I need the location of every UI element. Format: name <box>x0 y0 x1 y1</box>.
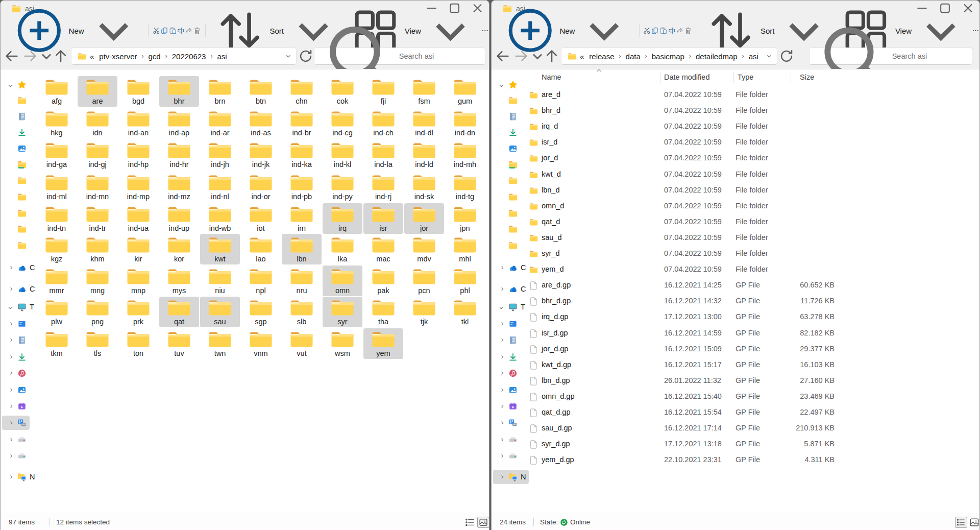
breadcrumb-separator-icon[interactable]: › <box>642 53 651 60</box>
sidebar-item-document[interactable] <box>2 333 30 347</box>
sidebar-item-desktop[interactable] <box>493 317 529 331</box>
search-input[interactable] <box>892 52 967 60</box>
grid-folder-ind-jh[interactable]: ind-jh <box>200 139 240 170</box>
grid-folder-mng[interactable]: mng <box>78 266 117 296</box>
grid-folder-ind-br[interactable]: ind-br <box>282 108 322 138</box>
grid-folder-ind-ap[interactable]: ind-ap <box>159 108 199 138</box>
grid-folder-sau[interactable]: sau <box>200 297 240 327</box>
expand-chevron-icon[interactable] <box>498 474 504 480</box>
grid-folder-prk[interactable]: prk <box>118 297 158 327</box>
grid-folder-ind-hr[interactable]: ind-hr <box>159 139 199 170</box>
sidebar-item-music[interactable] <box>2 366 30 380</box>
expand-chevron-icon[interactable] <box>498 354 504 360</box>
grid-folder-wsm[interactable]: wsm <box>323 328 362 359</box>
grid-folder-hkg[interactable]: hkg <box>37 108 77 138</box>
file-row-sau_d.gp[interactable]: sau_d.gp16.12.2021 17:14GP File210.913 K… <box>524 421 976 437</box>
grid-folder-ind-wb[interactable]: ind-wb <box>200 203 240 234</box>
copy-button[interactable] <box>161 21 168 40</box>
expand-chevron-icon[interactable] <box>498 304 504 310</box>
expand-chevron-icon[interactable] <box>7 453 13 459</box>
sidebar-item-pictures[interactable] <box>493 383 529 397</box>
grid-folder-khm[interactable]: khm <box>78 234 117 264</box>
grid-folder-ind-pb[interactable]: ind-pb <box>282 172 322 202</box>
sidebar-item-pictures[interactable] <box>2 383 30 397</box>
new-button[interactable]: New <box>9 21 144 40</box>
rename-button[interactable] <box>668 21 676 40</box>
expand-chevron-icon[interactable] <box>7 304 13 310</box>
up-button[interactable] <box>544 48 560 64</box>
sidebar-item-onedrive[interactable]: C <box>493 282 529 296</box>
grid-folder-ind-ka[interactable]: ind-ka <box>282 139 322 170</box>
sidebar-item-onedrive[interactable]: C <box>2 260 30 275</box>
grid-folder-ind-nl[interactable]: ind-nl <box>200 172 240 202</box>
grid-folder-npl[interactable]: npl <box>241 266 281 296</box>
forward-button[interactable] <box>22 48 38 64</box>
grid-folder-ind-up[interactable]: ind-up <box>159 203 199 234</box>
grid-folder-ind-gj[interactable]: ind-gj <box>78 139 117 170</box>
search-input[interactable] <box>399 52 480 60</box>
file-row-yem_d[interactable]: yem_d07.04.2022 10:59File folder <box>524 262 976 278</box>
paste-button[interactable] <box>659 21 667 40</box>
expand-chevron-icon[interactable] <box>7 321 13 327</box>
expand-chevron-icon[interactable] <box>498 286 504 292</box>
expand-chevron-icon[interactable] <box>498 264 504 271</box>
grid-folder-ind-or[interactable]: ind-or <box>241 172 281 202</box>
grid-folder-tls[interactable]: tls <box>78 328 117 359</box>
grid-folder-are[interactable]: are <box>78 76 117 107</box>
breadcrumb-item[interactable]: asi <box>216 52 228 61</box>
column-header-date[interactable]: Date modified <box>664 73 709 81</box>
file-row-lbn_d.gp[interactable]: lbn_d.gp26.01.2022 11:32GP File27.160 KB <box>524 373 976 389</box>
file-row-syr_d.gp[interactable]: syr_d.gp17.12.2021 13:18GP File5.871 KB <box>524 437 976 452</box>
breadcrumb-item[interactable]: detailedmap <box>695 52 739 61</box>
breadcrumb-separator-icon[interactable]: › <box>207 53 216 60</box>
back-button[interactable] <box>4 48 20 64</box>
grid-folder-tuv[interactable]: tuv <box>159 328 199 359</box>
expand-chevron-icon[interactable] <box>7 403 13 409</box>
sidebar-item-desktop[interactable] <box>2 317 30 331</box>
search-box[interactable] <box>314 47 485 65</box>
sidebar-item-download[interactable] <box>2 350 30 364</box>
sidebar-item-this-pc[interactable]: T <box>493 300 529 314</box>
breadcrumb-item[interactable]: gcd <box>148 52 162 61</box>
sidebar-item-pictures[interactable] <box>2 141 30 156</box>
file-row-isr_d.gp[interactable]: isr_d.gp16.12.2021 14:59GP File82.182 KB <box>524 326 976 342</box>
expand-chevron-icon[interactable] <box>7 264 13 271</box>
expand-chevron-icon[interactable] <box>7 474 13 480</box>
address-dropdown-icon[interactable] <box>285 53 292 60</box>
grid-folder-vnm[interactable]: vnm <box>241 328 281 359</box>
grid-folder-gum[interactable]: gum <box>445 76 485 107</box>
file-row-irq_d.gp[interactable]: irq_d.gp17.12.2021 13:00GP File63.278 KB <box>524 309 976 325</box>
new-button[interactable]: New <box>500 21 635 40</box>
expand-chevron-icon[interactable] <box>498 82 504 88</box>
grid-folder-lbn[interactable]: lbn <box>282 234 322 264</box>
file-row-syr_d[interactable]: syr_d07.04.2022 10:59File folder <box>524 246 976 262</box>
grid-folder-plw[interactable]: plw <box>37 297 77 327</box>
grid-folder-ind-mz[interactable]: ind-mz <box>159 172 199 202</box>
expand-chevron-icon[interactable] <box>498 337 504 343</box>
expand-chevron-icon[interactable] <box>498 437 504 443</box>
sidebar-item-device[interactable] <box>2 416 30 430</box>
grid-folder-ind-tr[interactable]: ind-tr <box>78 203 117 234</box>
grid-folder-kgz[interactable]: kgz <box>37 234 77 264</box>
grid-folder-iot[interactable]: iot <box>241 203 281 234</box>
expand-chevron-icon[interactable] <box>7 437 13 443</box>
expand-chevron-icon[interactable] <box>7 354 13 360</box>
grid-folder-vut[interactable]: vut <box>282 328 322 359</box>
grid-folder-ind-mh[interactable]: ind-mh <box>445 139 485 170</box>
sidebar-item-star[interactable] <box>2 78 30 92</box>
grid-folder-mhl[interactable]: mhl <box>445 234 485 264</box>
sidebar-item-folder[interactable] <box>493 93 529 108</box>
grid-folder-ind-py[interactable]: ind-py <box>323 172 362 202</box>
share-button[interactable] <box>185 21 193 40</box>
grid-folder-ind-ga[interactable]: ind-ga <box>37 139 77 170</box>
expand-chevron-icon[interactable] <box>7 286 13 292</box>
grid-folder-ind-an[interactable]: ind-an <box>118 108 158 138</box>
rename-button[interactable] <box>177 21 185 40</box>
grid-folder-qat[interactable]: qat <box>159 297 199 327</box>
refresh-button[interactable] <box>298 48 314 64</box>
sidebar-item-folder[interactable] <box>493 206 529 221</box>
sidebar-item-network[interactable]: N <box>2 470 30 484</box>
file-row-bhr_d[interactable]: bhr_d07.04.2022 10:59File folder <box>524 103 976 119</box>
file-row-omn_d[interactable]: omn_d07.04.2022 10:59File folder <box>524 199 976 214</box>
grid-folder-ind-tg[interactable]: ind-tg <box>445 172 485 202</box>
